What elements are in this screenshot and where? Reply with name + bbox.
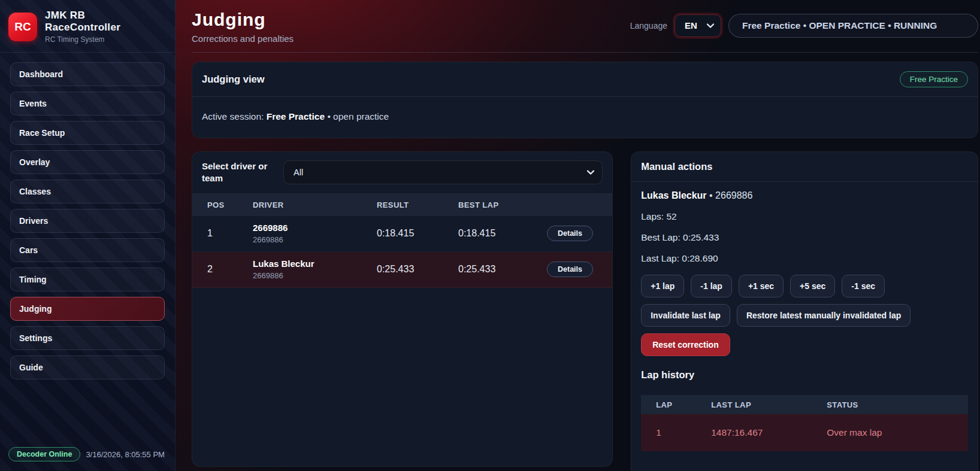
lap-status: Over max lap bbox=[827, 427, 968, 438]
active-session-name: Free Practice bbox=[267, 111, 325, 121]
last-lap-stat: Last Lap: 0:28.690 bbox=[641, 253, 968, 264]
sidebar-item-drivers[interactable]: Drivers bbox=[10, 209, 165, 233]
sidebar: RC JMK RB RaceController RC Timing Syste… bbox=[0, 0, 176, 471]
plus-one-lap-button[interactable]: +1 lap bbox=[641, 275, 684, 297]
row-result: 0:18.415 bbox=[377, 228, 458, 239]
sidebar-item-dashboard[interactable]: Dashboard bbox=[10, 62, 165, 86]
sidebar-footer: Decoder Online 3/16/2026, 8:05:55 PM bbox=[0, 437, 175, 471]
col-last-lap: LAST LAP bbox=[711, 400, 827, 409]
active-session-line: Active session: Free Practice • open pra… bbox=[192, 97, 978, 138]
selected-driver-line: Lukas Bleckur • 2669886 bbox=[641, 190, 968, 201]
active-session-prefix: Active session: bbox=[202, 111, 264, 121]
lap-time: 1487:16.467 bbox=[711, 427, 827, 438]
selected-driver-id: 2669886 bbox=[715, 190, 752, 200]
app-title-line2: RaceController bbox=[45, 22, 120, 34]
plus-five-sec-button[interactable]: +5 sec bbox=[790, 275, 835, 297]
reset-correction-button[interactable]: Reset correction bbox=[641, 333, 730, 356]
lap-history-title: Lap history bbox=[641, 369, 968, 381]
sidebar-item-cars[interactable]: Cars bbox=[10, 238, 165, 262]
sidebar-item-settings[interactable]: Settings bbox=[10, 326, 165, 350]
sidebar-item-guide[interactable]: Guide bbox=[10, 355, 165, 379]
lap-history-table: LAP LAST LAP STATUS 1 1487:16.467 Over m… bbox=[641, 395, 968, 451]
sidebar-nav: Dashboard Events Race Setup Overlay Clas… bbox=[0, 53, 175, 385]
page-title: Judging bbox=[192, 10, 294, 30]
restore-invalidated-lap-button[interactable]: Restore latest manually invalidated lap bbox=[737, 304, 911, 327]
sidebar-item-overlay[interactable]: Overlay bbox=[10, 150, 165, 174]
sidebar-item-timing[interactable]: Timing bbox=[10, 268, 165, 291]
sidebar-item-race-setup[interactable]: Race Setup bbox=[10, 121, 165, 145]
app-subtitle: RC Timing System bbox=[45, 35, 120, 44]
col-driver: DRIVER bbox=[253, 200, 377, 209]
results-table-header: POS DRIVER RESULT BEST LAP bbox=[192, 194, 612, 216]
row-pos: 2 bbox=[192, 264, 253, 275]
driver-name: 2669886 bbox=[253, 223, 377, 234]
results-table: POS DRIVER RESULT BEST LAP 1 2669886 266… bbox=[192, 194, 612, 288]
session-badge: Free Practice bbox=[900, 71, 968, 87]
driver-id: 2669886 bbox=[253, 271, 377, 280]
plus-one-sec-button[interactable]: +1 sec bbox=[739, 275, 784, 297]
row-best-lap: 0:18.415 bbox=[458, 228, 547, 239]
driver-results-card: Select driver or team All POS DRIVER RES… bbox=[192, 151, 613, 467]
main-area: Judging Corrections and penalties Langua… bbox=[176, 0, 980, 471]
bullet-separator: • bbox=[709, 190, 713, 200]
decoder-status-badge: Decoder Online bbox=[8, 447, 80, 461]
best-lap-stat: Best Lap: 0:25.433 bbox=[641, 232, 968, 243]
chevron-down-icon bbox=[706, 23, 715, 29]
clock-timestamp: 3/16/2026, 8:05:55 PM bbox=[86, 450, 165, 459]
table-row-selected[interactable]: 2 Lukas Bleckur 2669886 0:25.433 0:25.43… bbox=[192, 252, 612, 288]
app-brand: RC JMK RB RaceController RC Timing Syste… bbox=[0, 0, 175, 53]
details-button[interactable]: Details bbox=[547, 262, 593, 277]
col-lap: LAP bbox=[641, 400, 711, 409]
driver-filter-label: Select driver or team bbox=[202, 160, 274, 185]
row-best-lap: 0:25.433 bbox=[458, 264, 547, 275]
lap-history-header: LAP LAST LAP STATUS bbox=[641, 395, 968, 414]
language-select[interactable]: EN bbox=[674, 14, 721, 37]
driver-id: 2669886 bbox=[253, 235, 377, 244]
manual-actions-title: Manual actions bbox=[641, 161, 712, 172]
row-result: 0:25.433 bbox=[377, 264, 458, 275]
app-logo-icon: RC bbox=[8, 13, 37, 41]
manual-actions-card: Manual actions Lukas Bleckur • 2669886 L… bbox=[631, 151, 978, 471]
driver-name: Lukas Bleckur bbox=[253, 259, 377, 270]
driver-filter-value: All bbox=[294, 168, 303, 177]
page-subtitle: Corrections and penalties bbox=[192, 34, 294, 44]
selected-driver-name: Lukas Bleckur bbox=[641, 190, 706, 200]
laps-stat: Laps: 52 bbox=[641, 211, 968, 222]
chevron-down-icon bbox=[586, 169, 595, 175]
details-button[interactable]: Details bbox=[547, 226, 593, 241]
judging-view-card: Judging view Free Practice Active sessio… bbox=[192, 62, 978, 138]
language-label: Language bbox=[630, 21, 667, 31]
active-session-suffix: • open practice bbox=[327, 111, 389, 121]
table-row[interactable]: 1 2669886 2669886 0:18.415 0:18.415 Deta… bbox=[192, 216, 612, 252]
judging-view-title: Judging view bbox=[202, 74, 265, 85]
language-select-value: EN bbox=[685, 20, 697, 31]
col-result: RESULT bbox=[377, 200, 458, 209]
minus-one-lap-button[interactable]: -1 lap bbox=[691, 275, 732, 297]
session-status-pill: Free Practice • OPEN PRACTICE • RUNNING bbox=[728, 14, 978, 38]
minus-one-sec-button[interactable]: -1 sec bbox=[842, 275, 885, 297]
sidebar-item-classes[interactable]: Classes bbox=[10, 180, 165, 203]
invalidate-last-lap-button[interactable]: Invalidate last lap bbox=[641, 304, 730, 327]
col-best-lap: BEST LAP bbox=[458, 200, 547, 209]
lap-history-row[interactable]: 1 1487:16.467 Over max lap bbox=[641, 414, 968, 451]
app-title-line1: JMK RB bbox=[45, 10, 120, 22]
sidebar-item-judging[interactable]: Judging bbox=[10, 297, 165, 321]
driver-filter-select[interactable]: All bbox=[283, 160, 603, 184]
page-header: Judging Corrections and penalties Langua… bbox=[192, 7, 978, 44]
header-divider bbox=[192, 52, 978, 53]
sidebar-item-events[interactable]: Events bbox=[10, 92, 165, 116]
row-pos: 1 bbox=[192, 228, 253, 239]
col-pos: POS bbox=[192, 200, 253, 209]
lap-number: 1 bbox=[641, 427, 711, 438]
col-status: STATUS bbox=[827, 400, 968, 409]
